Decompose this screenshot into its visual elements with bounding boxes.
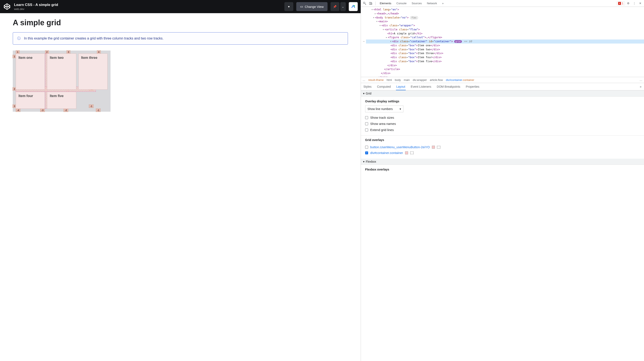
check-show-area-names[interactable]: Show area names bbox=[365, 121, 640, 127]
check-label: Extend grid lines bbox=[370, 128, 394, 132]
info-icon: ⓘ bbox=[17, 36, 22, 41]
flexbox-section-header[interactable]: ▾ Flexbox bbox=[361, 159, 644, 165]
pin-icon: 📌 bbox=[333, 5, 337, 8]
dom-h1-text: A simple grid bbox=[394, 32, 414, 35]
profile-button[interactable] bbox=[349, 2, 358, 11]
dom-box-text: Item three bbox=[418, 52, 434, 55]
crumb-ellipsis[interactable]: … bbox=[640, 78, 642, 81]
dom-box-text: Item four bbox=[418, 56, 432, 59]
overlay-row[interactable]: button.UserMenu_userMenuButton-2eiYO bbox=[365, 144, 640, 150]
crumb-item[interactable]: article.flow bbox=[430, 78, 443, 81]
check-show-track-sizes[interactable]: Show track sizes bbox=[365, 114, 640, 121]
svg-rect-2 bbox=[370, 2, 371, 4]
select-label: Show line numbers bbox=[368, 107, 393, 111]
grid-line-label: 4 bbox=[97, 50, 101, 54]
subtabs-overflow[interactable]: » bbox=[639, 83, 642, 90]
grid-section-label: Grid bbox=[366, 92, 371, 95]
error-icon: ✕ bbox=[618, 2, 621, 5]
subtab-computed[interactable]: Computed bbox=[376, 83, 391, 90]
codepen-header: Learn CSS - A simple grid web.dev ♥ ▭ Ch… bbox=[0, 0, 361, 13]
checkbox-icon bbox=[365, 128, 368, 131]
overlay-settings-heading: Overlay display settings bbox=[365, 100, 640, 103]
change-view-button[interactable]: ▭ Change View bbox=[296, 2, 328, 11]
check-label: Show area names bbox=[370, 122, 396, 125]
grid-line-label: 2 bbox=[45, 50, 49, 54]
grid-line-label: -3 bbox=[40, 108, 45, 112]
tab-sources[interactable]: Sources bbox=[410, 0, 424, 6]
dom-box-text: Item one bbox=[418, 44, 430, 47]
crumb-item[interactable]: result-iframe bbox=[368, 78, 384, 81]
dropdown-icon: ▾ bbox=[400, 107, 401, 111]
subtab-styles[interactable]: Styles bbox=[363, 83, 372, 90]
device-toggle-icon[interactable] bbox=[368, 1, 373, 6]
checkbox-icon bbox=[365, 116, 368, 119]
grid-line-label: -2 bbox=[64, 108, 68, 112]
dom-box-text: Item five bbox=[418, 60, 432, 63]
grid-item: Item one bbox=[16, 53, 45, 90]
chevron-down-icon: ▾ bbox=[363, 92, 364, 95]
grid-item: Item four bbox=[16, 92, 45, 109]
flexbox-section-label: Flexbox bbox=[366, 160, 376, 163]
flexbox-overlays-heading: Flexbox overlays bbox=[365, 168, 640, 171]
grid-overlays-heading: Grid overlays bbox=[365, 138, 640, 142]
dom-tree[interactable]: ▾<html lang="en"> ▸<head>…</head> ▾<body… bbox=[361, 7, 644, 77]
devtools: Elements Console Sources Network » ✕ 1 ⚙… bbox=[361, 0, 644, 361]
eq0-label: == $0 bbox=[464, 40, 472, 43]
inspect-icon[interactable] bbox=[362, 1, 367, 6]
color-swatch[interactable] bbox=[405, 151, 408, 154]
checkbox-icon: ✓ bbox=[365, 151, 368, 154]
error-badge[interactable]: ✕ 1 bbox=[616, 1, 625, 5]
styles-tab-bar: Styles Computed Layout Event Listeners D… bbox=[361, 83, 644, 90]
overlay-preview-icon[interactable] bbox=[410, 152, 414, 154]
crumb-item[interactable]: div.wrapper bbox=[413, 78, 427, 81]
subtab-event-listeners[interactable]: Event Listeners bbox=[410, 83, 432, 90]
devtools-toolbar: Elements Console Sources Network » ✕ 1 ⚙… bbox=[361, 0, 644, 7]
grid-line-label: -1 bbox=[96, 108, 100, 112]
breadcrumb-bar: … result-iframe html body main div.wrapp… bbox=[361, 77, 644, 83]
grid-badge[interactable]: grid bbox=[454, 40, 462, 43]
flex-badge[interactable]: flex bbox=[410, 16, 418, 19]
color-swatch[interactable] bbox=[432, 146, 435, 149]
check-extend-grid-lines[interactable]: Extend grid lines bbox=[365, 127, 640, 133]
page-heading: A simple grid bbox=[13, 18, 348, 27]
kebab-icon[interactable]: ⋮ bbox=[632, 1, 637, 6]
tabs-overflow[interactable]: » bbox=[440, 0, 446, 6]
grid-item: Item three bbox=[78, 53, 108, 90]
subtab-properties[interactable]: Properties bbox=[466, 83, 480, 90]
overlay-row[interactable]: ✓ div#container.container bbox=[365, 150, 640, 156]
grid-line-label: 3 bbox=[66, 50, 70, 54]
crumb-item[interactable]: html bbox=[386, 78, 392, 81]
logo-icon bbox=[351, 4, 356, 9]
heart-button[interactable]: ♥ bbox=[284, 2, 293, 11]
checkbox-icon bbox=[365, 122, 368, 125]
line-numbers-select[interactable]: Show line numbers ▾ bbox=[365, 105, 404, 112]
grid-line-label: -4 bbox=[16, 108, 20, 112]
overlay-label: div#container.container bbox=[370, 151, 403, 155]
pin-dropdown-button[interactable]: ⌄ bbox=[340, 2, 346, 11]
overlay-label: button.UserMenu_userMenuButton-2eiYO bbox=[370, 145, 430, 149]
chevron-down-icon: ⌄ bbox=[342, 5, 344, 8]
layout-panel: ▾ Grid Overlay display settings Show lin… bbox=[361, 90, 644, 361]
crumb-item[interactable]: body bbox=[395, 78, 401, 81]
crumb-item[interactable]: main bbox=[404, 78, 410, 81]
tab-console[interactable]: Console bbox=[394, 0, 409, 6]
close-devtools-icon[interactable]: ✕ bbox=[638, 1, 643, 6]
chevron-down-icon: ▾ bbox=[363, 160, 364, 163]
preview-content: A simple grid ⓘ In this example the grid… bbox=[0, 13, 361, 361]
error-count: 1 bbox=[622, 2, 624, 5]
change-view-label: Change View bbox=[305, 5, 324, 8]
crumb-active[interactable]: div#container.container bbox=[446, 78, 474, 81]
subtab-layout[interactable]: Layout bbox=[396, 83, 406, 90]
check-label: Show track sizes bbox=[370, 116, 394, 119]
tab-network[interactable]: Network bbox=[425, 0, 439, 6]
grid-container: Item one Item two Item three Item four I… bbox=[16, 53, 108, 109]
pen-author[interactable]: web.dev bbox=[14, 7, 282, 10]
grid-section-header[interactable]: ▾ Grid bbox=[361, 90, 644, 97]
settings-icon[interactable]: ⚙ bbox=[626, 1, 631, 6]
pin-button[interactable]: 📌 bbox=[330, 2, 340, 11]
tab-elements[interactable]: Elements bbox=[378, 0, 394, 6]
overlay-preview-icon[interactable] bbox=[437, 146, 440, 148]
subtab-dom-breakpoints[interactable]: DOM Breakpoints bbox=[436, 83, 460, 90]
dom-selected-row[interactable]: ⋯ ▾<div class="container" id="container"… bbox=[362, 39, 644, 43]
crumb-ellipsis[interactable]: … bbox=[362, 78, 365, 81]
